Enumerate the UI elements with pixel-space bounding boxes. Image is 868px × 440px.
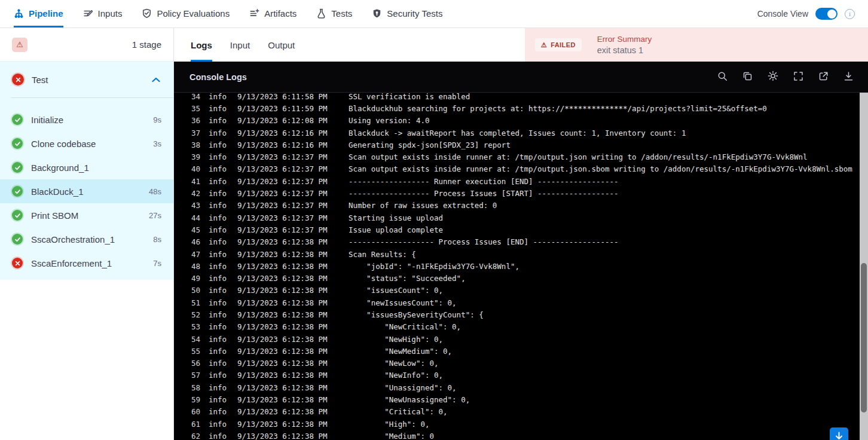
tab-output[interactable]: Output — [268, 28, 295, 62]
toggle-knob — [827, 10, 836, 19]
log-line: 41 info 9/13/2023 6:12:37 PM -----------… — [174, 175, 868, 187]
log-line: 59 info 9/13/2023 6:12:38 PM "NewUnassig… — [174, 393, 868, 405]
log-message: Issue upload complete — [349, 225, 443, 234]
nav-tab-security-tests[interactable]: Security Tests — [372, 0, 442, 28]
inputs-icon — [83, 8, 93, 19]
settings-button[interactable] — [768, 71, 778, 83]
info-icon[interactable]: i — [845, 9, 855, 19]
log-timestamp: 9/13/2023 6:12:38 PM — [237, 335, 334, 344]
step-duration: 9s — [153, 115, 161, 124]
step-print-sbom[interactable]: Print SBOM 27s — [0, 203, 173, 227]
log-line-number: 48 — [186, 262, 200, 271]
log-message: Starting issue upload — [349, 213, 443, 222]
log-level: info — [209, 432, 229, 440]
log-line: 40 info 9/13/2023 6:12:37 PM Scan output… — [174, 163, 868, 175]
tab-logs[interactable]: Logs — [191, 28, 212, 62]
fullscreen-button[interactable] — [793, 71, 803, 83]
step-clone-codebase[interactable]: Clone codebase 3s — [0, 132, 173, 155]
step-duration: 48s — [149, 187, 161, 196]
log-timestamp: 9/13/2023 6:12:37 PM — [237, 201, 334, 210]
tab-input[interactable]: Input — [230, 28, 250, 62]
log-message: "Critical": 0, — [349, 407, 448, 416]
top-nav-tabs: Pipeline Inputs Policy Evaluations Artif… — [14, 0, 442, 28]
console-view-toggle[interactable] — [815, 8, 838, 20]
nav-tab-tests[interactable]: Tests — [316, 0, 352, 28]
log-line: 35 info 9/13/2023 6:11:59 PM Blackduckhu… — [174, 102, 868, 114]
step-name: SscaOrchestration_1 — [31, 234, 115, 245]
step-name: Initialize — [31, 115, 63, 125]
nav-tab-inputs[interactable]: Inputs — [83, 0, 123, 28]
log-level: info — [209, 371, 229, 380]
log-line: 34 info 9/13/2023 6:11:58 PM SSL verific… — [174, 93, 868, 102]
step-background-1[interactable]: Background_1 — [0, 155, 173, 179]
nav-tab-artifacts[interactable]: Artifacts — [249, 0, 297, 28]
check-circle-icon — [12, 210, 23, 221]
log-level: info — [209, 347, 229, 356]
log-level: info — [209, 322, 229, 331]
step-sscaenforcement-1[interactable]: SscaEnforcement_1 7s — [0, 251, 173, 275]
log-timestamp: 9/13/2023 6:11:58 PM — [237, 93, 334, 101]
log-level: info — [209, 201, 229, 210]
search-button[interactable] — [717, 71, 728, 83]
stage-group-header[interactable]: Test — [0, 62, 173, 97]
log-line: 54 info 9/13/2023 6:12:38 PM "NewHigh": … — [174, 333, 868, 345]
log-line-number: 53 — [186, 322, 200, 331]
nav-tab-pipeline[interactable]: Pipeline — [14, 0, 63, 28]
log-line-number: 50 — [186, 286, 200, 295]
step-name: BlackDuck_1 — [31, 187, 84, 197]
log-timestamp: 9/13/2023 6:12:38 PM — [237, 432, 334, 440]
log-line-number: 34 — [186, 93, 200, 101]
stage-group-name: Test — [32, 75, 48, 85]
open-in-new-button[interactable] — [818, 71, 829, 83]
settings-icon — [768, 71, 778, 83]
nav-tab-policy-evaluations[interactable]: Policy Evaluations — [142, 0, 230, 28]
log-line-number: 44 — [186, 213, 200, 222]
log-level: info — [209, 140, 229, 149]
log-message: "issuesCount": 0, — [349, 286, 443, 295]
step-name: Background_1 — [31, 163, 89, 173]
log-level: info — [209, 262, 229, 271]
fullscreen-icon — [793, 71, 803, 83]
step-sscaorchestration-1[interactable]: SscaOrchestration_1 8s — [0, 227, 173, 251]
copy-button[interactable] — [742, 71, 753, 83]
log-line-number: 35 — [186, 104, 200, 113]
log-level: info — [209, 104, 229, 113]
download-button[interactable] — [843, 71, 854, 83]
log-line: 55 info 9/13/2023 6:12:38 PM "NewMedium"… — [174, 345, 868, 357]
log-timestamp: 9/13/2023 6:11:59 PM — [237, 104, 334, 113]
step-duration: 3s — [153, 139, 161, 148]
log-line-number: 56 — [186, 359, 200, 368]
nav-tab-label: Artifacts — [264, 8, 297, 19]
check-circle-icon — [12, 234, 23, 245]
console-scrollbar[interactable] — [860, 93, 868, 440]
console-scrollbar-thumb[interactable] — [861, 263, 867, 412]
log-timestamp: 9/13/2023 6:12:38 PM — [237, 250, 334, 259]
log-line: 49 info 9/13/2023 6:12:38 PM "status": "… — [174, 272, 868, 284]
console-header: Console Logs — [174, 62, 868, 93]
log-line-number: 49 — [186, 274, 200, 283]
log-line: 48 info 9/13/2023 6:12:38 PM "jobId": "-… — [174, 260, 868, 272]
log-line-number: 55 — [186, 347, 200, 356]
log-timestamp: 9/13/2023 6:12:37 PM — [237, 225, 334, 234]
log-message: "Unassigned": 0, — [349, 383, 457, 392]
pipeline-failed-warning-icon: ⚠ — [12, 38, 27, 52]
step-name: Print SBOM — [31, 210, 78, 221]
failed-badge-label: FAILED — [551, 41, 576, 48]
log-line-number: 45 — [186, 225, 200, 234]
log-timestamp: 9/13/2023 6:12:08 PM — [237, 116, 334, 125]
scroll-to-bottom-button[interactable] — [830, 427, 848, 440]
log-line: 46 info 9/13/2023 6:12:38 PM -----------… — [174, 236, 868, 248]
step-blackduck-1[interactable]: BlackDuck_1 48s — [0, 179, 173, 203]
log-level: info — [209, 250, 229, 259]
stage-failed-icon — [12, 74, 24, 85]
log-timestamp: 9/13/2023 6:12:37 PM — [237, 177, 334, 186]
step-initialize[interactable]: Initialize 9s — [0, 108, 173, 132]
log-line: 42 info 9/13/2023 6:12:37 PM -----------… — [174, 187, 868, 199]
sidebar: ⚠ 1 stage Test Initialize 9s Clone codeb… — [0, 28, 174, 440]
log-message: "NewHigh": 0, — [349, 335, 443, 344]
log-timestamp: 9/13/2023 6:12:38 PM — [237, 359, 334, 368]
top-nav: Pipeline Inputs Policy Evaluations Artif… — [0, 0, 868, 28]
log-timestamp: 9/13/2023 6:12:37 PM — [237, 213, 334, 222]
chevron-up-icon[interactable] — [152, 77, 160, 82]
detail-header: LogsInputOutput ⚠ FAILED Error Summary e… — [174, 28, 868, 62]
